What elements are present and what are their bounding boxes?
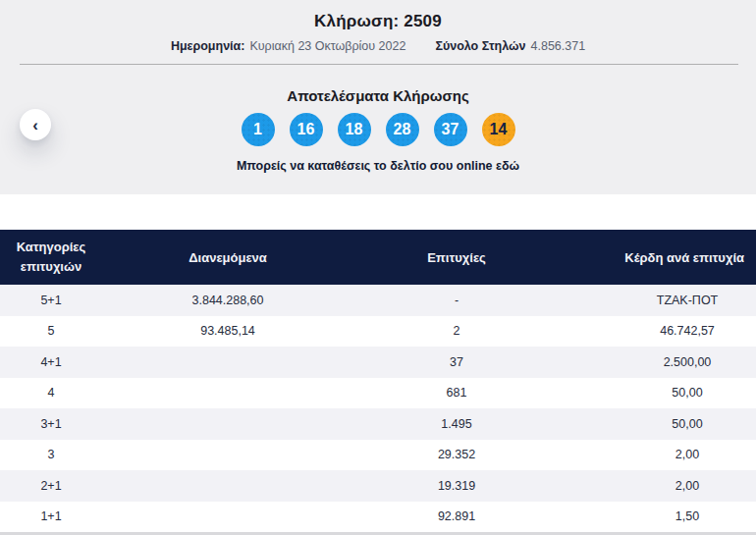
cell-category: 2+1 — [40, 479, 61, 493]
table-row: 5+1 3.844.288,60 - ΤΖΑΚ-ΠΟΤ — [0, 285, 756, 316]
number-ball-5: 37 — [434, 113, 467, 146]
col-header-categories-line1: Κατηγορίες — [17, 238, 86, 257]
table-row: 3+1 1.495 50,00 — [0, 408, 756, 440]
table-row: 4 681 50,00 — [0, 378, 756, 409]
col-header-categories: Κατηγορίες επιτυχιών — [17, 238, 86, 277]
cell-prize: 2,00 — [675, 479, 699, 493]
number-ball-4: 28 — [386, 113, 419, 146]
number-ball-3: 18 — [338, 113, 371, 146]
cell-category: 1+1 — [40, 509, 61, 523]
cell-winners: 681 — [447, 386, 467, 400]
table-row: 2+1 19.319 2,00 — [0, 470, 756, 502]
cell-category: 3 — [48, 448, 55, 461]
cell-winners: - — [455, 294, 459, 307]
cell-category: 5 — [48, 324, 55, 338]
cell-winners: 37 — [450, 355, 463, 369]
number-ball-1: 1 — [242, 113, 275, 146]
page-title: Κλήρωση: 2509 — [0, 0, 756, 31]
deposit-text: Μπορείς να καταθέσεις το δελτίο σου onli… — [237, 159, 493, 173]
total-columns-label: Σύνολο Στηλών — [435, 39, 525, 53]
cell-category: 4 — [48, 386, 55, 400]
cell-prize: 46.742,57 — [660, 324, 715, 338]
cell-category: 4+1 — [40, 355, 61, 369]
draw-date: Ημερομηνία: Κυριακή 23 Οκτωβρίου 2022 — [171, 39, 406, 53]
total-columns: Σύνολο Στηλών 4.856.371 — [435, 39, 585, 53]
chevron-left-icon: ‹ — [32, 117, 38, 134]
previous-draw-button[interactable]: ‹ — [20, 109, 51, 140]
results-title: Αποτελέσματα Κλήρωσης — [0, 87, 756, 104]
col-header-winners: Επιτυχίες — [427, 250, 486, 265]
section-spacer — [0, 194, 756, 230]
col-header-categories-line2: επιτυχιών — [17, 257, 86, 277]
table-row: 5 93.485,14 2 46.742,57 — [0, 316, 756, 348]
bonus-number-ball: 14 — [482, 113, 515, 146]
col-header-distributed: Διανεμόμενα — [189, 250, 267, 265]
cell-prize: 50,00 — [672, 417, 702, 431]
table-row: 1+1 92.891 1,50 — [0, 502, 756, 533]
draw-meta: Ημερομηνία: Κυριακή 23 Οκτωβρίου 2022 Σύ… — [0, 39, 756, 53]
date-value: Κυριακή 23 Οκτωβρίου 2022 — [249, 39, 405, 53]
draw-summary-section: Κλήρωση: 2509 Ημερομηνία: Κυριακή 23 Οκτ… — [0, 0, 756, 194]
cell-prize: 2.500,00 — [664, 355, 712, 369]
cell-category: 5+1 — [40, 294, 61, 307]
cell-winners: 19.319 — [438, 479, 475, 493]
cell-winners: 29.352 — [438, 448, 475, 461]
cell-winners: 92.891 — [438, 509, 475, 523]
table-row: 3 29.352 2,00 — [0, 440, 756, 471]
prizes-table: Κατηγορίες επιτυχιών Διανεμόμενα Επιτυχί… — [0, 230, 756, 535]
cell-winners: 2 — [454, 324, 460, 338]
total-columns-value: 4.856.371 — [531, 39, 586, 53]
winning-numbers: 1 16 18 28 37 14 — [0, 113, 756, 146]
deposit-online-link[interactable]: εδώ — [496, 159, 519, 173]
cell-category: 3+1 — [40, 417, 61, 431]
cell-prize: 1,50 — [675, 509, 699, 523]
cell-prize: 2,00 — [675, 448, 699, 461]
table-row: 4+1 37 2.500,00 — [0, 347, 756, 378]
cell-prize: ΤΖΑΚ-ΠΟΤ — [657, 294, 719, 307]
cell-winners: 1.495 — [441, 417, 471, 431]
header-divider — [20, 64, 738, 65]
number-ball-2: 16 — [290, 113, 323, 146]
table-header-row: Κατηγορίες επιτυχιών Διανεμόμενα Επιτυχί… — [0, 230, 756, 285]
cell-prize: 50,00 — [672, 386, 702, 400]
col-header-prize: Κέρδη ανά επιτυχία — [624, 250, 744, 265]
deposit-cta: Μπορείς να καταθέσεις το δελτίο σου onli… — [0, 159, 756, 173]
cell-distributed: 3.844.288,60 — [192, 294, 264, 307]
cell-distributed: 93.485,14 — [200, 324, 255, 338]
date-label: Ημερομηνία: — [171, 39, 245, 53]
